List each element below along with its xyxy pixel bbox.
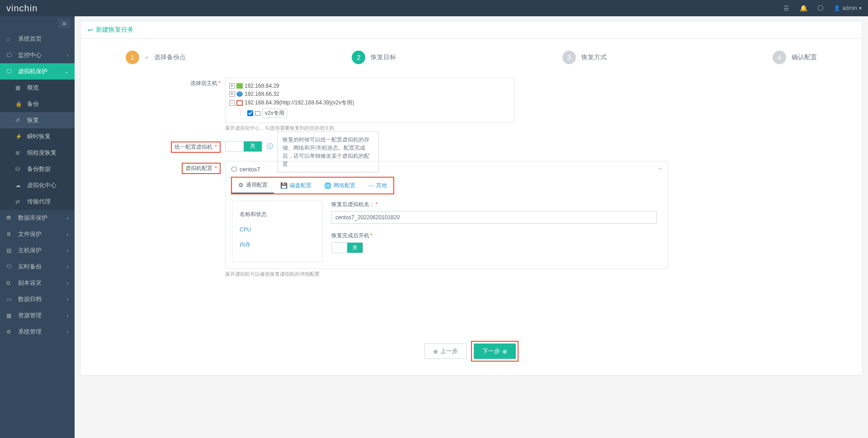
panel-title: ↩ 新建恢复任务 bbox=[80, 21, 862, 39]
user-menu[interactable]: 👤 admin ▾ bbox=[834, 5, 862, 11]
sidebar-toggle[interactable]: ≡ bbox=[58, 19, 70, 28]
collapse-icon[interactable]: − bbox=[229, 100, 235, 106]
tree-node-3[interactable]: −192.168.64.39(http://192.168.64.39)(v2v… bbox=[229, 98, 510, 108]
db-icon: ⛃ bbox=[6, 215, 14, 221]
shield-icon: 🛡 bbox=[6, 264, 14, 270]
sidebar-item-db[interactable]: ⛃数据库保护‹ bbox=[0, 210, 75, 226]
sidebar-item-vmprotect[interactable]: 🖵虚拟机保护⌄ bbox=[0, 63, 75, 80]
list-icon[interactable]: ☰ bbox=[782, 4, 790, 12]
back-arrow-icon[interactable]: ↩ bbox=[88, 26, 93, 33]
sidebar-item-overview[interactable]: ▦概览 bbox=[0, 80, 75, 96]
next-button[interactable]: 下一步⊕ bbox=[474, 344, 516, 359]
globe-icon: 🌐 bbox=[324, 182, 331, 189]
monitor-icon[interactable]: 🖵 bbox=[816, 4, 825, 12]
step-3[interactable]: 3 恢复方式 bbox=[562, 51, 607, 64]
side-item-cpu[interactable]: CPU bbox=[239, 222, 316, 237]
tabs-highlight: ⚙通用配置 💾磁盘配置 🌐网络配置 ⋯其他 bbox=[231, 177, 394, 194]
arrow-left-icon: ⊕ bbox=[433, 348, 438, 355]
info-icon[interactable]: ⓘ bbox=[267, 142, 273, 151]
logo: vinchin bbox=[6, 3, 38, 14]
chevron-down-icon: ⌄ bbox=[65, 69, 68, 74]
step-2[interactable]: 2 恢复目标 bbox=[352, 51, 396, 64]
vmware-icon bbox=[236, 83, 243, 89]
sidebar-item-host[interactable]: ▤主机保护‹ bbox=[0, 242, 75, 259]
globe-icon bbox=[236, 91, 243, 97]
side-item-name[interactable]: 名称和状态 bbox=[239, 207, 316, 222]
vm-name-input[interactable] bbox=[331, 211, 657, 224]
sidebar-item-monitor[interactable]: 🖵监控中心‹ bbox=[0, 47, 75, 63]
sidebar-item-resource[interactable]: ▦资源管理‹ bbox=[0, 307, 75, 324]
prev-button[interactable]: ⊕上一步 bbox=[425, 344, 467, 359]
main-content: ↩ 新建恢复任务 1 ✓ 选择备份点 2 恢复目标 3 恢 bbox=[75, 16, 868, 438]
bell-icon[interactable]: 🔔 bbox=[799, 4, 807, 12]
gear-icon: ⚙ bbox=[6, 329, 14, 335]
step-4[interactable]: 4 确认配置 bbox=[773, 51, 817, 64]
chevron-left-icon: ‹ bbox=[67, 313, 68, 318]
sidebar-item-realtime[interactable]: 🛡实时备份‹ bbox=[0, 259, 75, 275]
home-icon: ⌂ bbox=[6, 36, 14, 42]
vm-accordion-header[interactable]: 🖵centos7 − bbox=[226, 161, 668, 177]
step-1[interactable]: 1 ✓ 选择备份点 bbox=[126, 51, 186, 64]
sidebar-item-proxy[interactable]: ⇄传输代理 bbox=[0, 193, 75, 210]
tree-node-4[interactable]: v2v专用 bbox=[229, 108, 510, 119]
file-icon: ≣ bbox=[15, 150, 23, 156]
copy-icon: ⧉ bbox=[6, 280, 14, 286]
side-item-mem[interactable]: 内存 bbox=[239, 237, 316, 253]
archive-icon: ▭ bbox=[6, 296, 14, 302]
expand-icon[interactable]: + bbox=[229, 83, 235, 89]
chevron-left-icon: ‹ bbox=[67, 216, 68, 221]
sidebar-item-restore[interactable]: ↺恢复 bbox=[0, 112, 75, 128]
tree-node-1[interactable]: +192.168.64.29 bbox=[229, 82, 510, 90]
uniform-config-toggle[interactable]: 关 bbox=[225, 141, 262, 152]
vm-accordion: 🖵centos7 − ⚙通用配置 💾磁盘配置 🌐网络配置 ⋯其他 bbox=[225, 161, 668, 269]
poweron-label: 恢复完成后开机* bbox=[331, 232, 661, 240]
chevron-left-icon: ‹ bbox=[67, 248, 68, 253]
minus-icon[interactable]: − bbox=[658, 165, 662, 173]
host-tree[interactable]: +192.168.64.29 +192.168.66.32 −192.168.6… bbox=[225, 78, 514, 123]
tab-other[interactable]: ⋯其他 bbox=[362, 178, 393, 193]
wizard-panel: ↩ 新建恢复任务 1 ✓ 选择备份点 2 恢复目标 3 恢 bbox=[80, 21, 863, 376]
sidebar-item-system[interactable]: ⚙系统管理‹ bbox=[0, 324, 75, 340]
user-icon: 👤 bbox=[834, 5, 840, 11]
sidebar-item-instant[interactable]: ⚡瞬时恢复 bbox=[0, 128, 75, 145]
expand-icon[interactable]: + bbox=[229, 91, 235, 97]
grid-icon: ▦ bbox=[15, 85, 23, 91]
sidebar-item-granular[interactable]: ≣细粒度恢复 bbox=[0, 145, 75, 161]
vm-config-hint: 展开虚拟机可以修改恢复虚拟机的详细配置 bbox=[225, 271, 835, 278]
config-side-nav: 名称和状态 CPU 内存 bbox=[232, 201, 322, 262]
chevron-left-icon: ‹ bbox=[67, 264, 68, 269]
wizard-steps: 1 ✓ 选择备份点 2 恢复目标 3 恢复方式 4 确认配置 bbox=[126, 51, 817, 64]
sidebar-item-replica[interactable]: ⧉副本容灾‹ bbox=[0, 275, 75, 291]
tab-disk[interactable]: 💾磁盘配置 bbox=[274, 178, 318, 193]
proxy-icon: ⇄ bbox=[15, 198, 23, 205]
data-icon: ⛁ bbox=[15, 166, 23, 172]
sidebar-item-archive[interactable]: ▭数据归档‹ bbox=[0, 291, 75, 307]
flash-icon: ⚡ bbox=[15, 133, 23, 140]
tab-general[interactable]: ⚙通用配置 bbox=[232, 178, 274, 193]
sidebar-item-backup[interactable]: 🔒备份 bbox=[0, 96, 75, 112]
uniform-config-label: 统一配置虚拟机 * bbox=[108, 140, 225, 153]
vm-icon bbox=[255, 111, 260, 116]
host-highlight-icon bbox=[236, 100, 243, 106]
vm-icon: 🖵 bbox=[6, 68, 14, 75]
app-header: vinchin ☰ 🔔 🖵 👤 admin ▾ bbox=[0, 0, 868, 16]
sidebar-item-file[interactable]: 🗎文件保护‹ bbox=[0, 226, 75, 242]
sidebar: ≡ ⌂系统首页 🖵监控中心‹ 🖵虚拟机保护⌄ ▦概览 🔒备份 ↺恢复 ⚡瞬时恢复… bbox=[0, 16, 75, 438]
server-icon: ▤ bbox=[6, 247, 14, 254]
poweron-toggle[interactable]: 关 bbox=[331, 242, 363, 253]
tree-checkbox[interactable] bbox=[247, 110, 253, 116]
user-name: admin bbox=[842, 5, 857, 11]
tree-node-2[interactable]: +192.168.66.32 bbox=[229, 90, 510, 98]
next-highlight: 下一步⊕ bbox=[471, 341, 519, 362]
tab-network[interactable]: 🌐网络配置 bbox=[318, 178, 362, 193]
arrow-right-icon: ⊕ bbox=[502, 348, 507, 355]
chevron-down-icon: ▾ bbox=[859, 5, 862, 11]
sidebar-item-vcenter[interactable]: ☁虚拟化中心 bbox=[0, 177, 75, 193]
monitor-icon: 🖵 bbox=[231, 166, 237, 173]
restore-icon: ↺ bbox=[15, 117, 23, 123]
disk-icon: 💾 bbox=[280, 182, 288, 189]
sidebar-item-backupdata[interactable]: ⛁备份数据 bbox=[0, 161, 75, 177]
sidebar-item-home[interactable]: ⌂系统首页 bbox=[0, 31, 75, 47]
sidebar-toggle-wrap: ≡ bbox=[0, 16, 75, 31]
chevron-left-icon: ‹ bbox=[67, 232, 68, 237]
